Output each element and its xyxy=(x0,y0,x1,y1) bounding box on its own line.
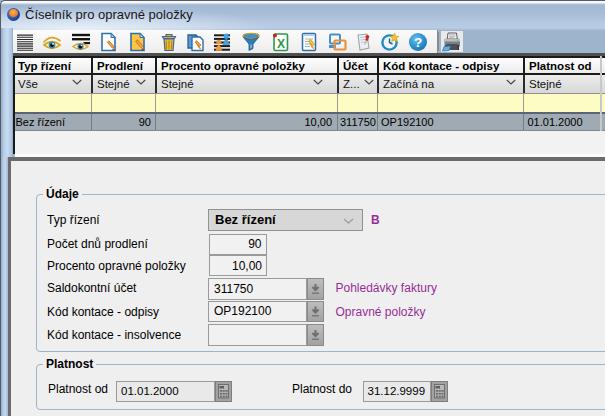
svg-text:?: ? xyxy=(414,35,422,50)
svg-text:X: X xyxy=(277,37,285,51)
